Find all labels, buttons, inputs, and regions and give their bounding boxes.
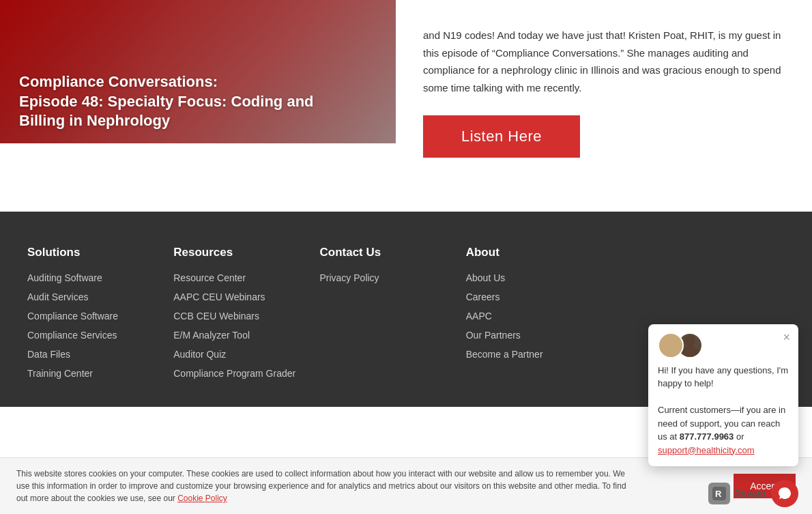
hero-image-title: Compliance Conversations: Episode 48: Sp… [19,72,314,131]
footer-col-solutions: Solutions Auditing Software Audit Servic… [27,246,173,386]
footer-contact-list: Privacy Policy [319,272,452,284]
contact-privacy-policy-link[interactable]: Privacy Policy [319,272,379,283]
list-item: Careers [466,291,598,303]
footer-col-about: About About Us Careers AAPC Our Partners… [466,246,612,386]
footer-about-title: About [466,246,598,259]
cookie-description: This website stores cookies on your comp… [16,469,626,503]
revain-logo[interactable]: R Revain [708,483,766,504]
solutions-training-center-link[interactable]: Training Center [27,368,93,379]
hero-image: Compliance Conversations: Episode 48: Sp… [0,0,396,143]
footer-solutions-list: Auditing Software Audit Services Complia… [27,272,160,380]
chat-avatar-1 [658,332,684,358]
avatar-svg-1 [659,332,682,357]
footer-solutions-title: Solutions [27,246,160,259]
footer-resources-list: Resource Center AAPC CEU Webinars CCB CE… [173,272,306,380]
about-aapc-link[interactable]: AAPC [466,311,492,322]
svg-text:R: R [715,489,722,499]
revain-label: Revain [734,488,766,499]
footer-col-contact: Contact Us Privacy Policy [319,246,465,386]
chat-greeting: Hi! If you have any questions, I'm happy… [658,365,788,389]
chat-bubble-icon [777,486,792,501]
resources-ccb-ceu-link[interactable]: CCB CEU Webinars [173,311,259,322]
list-item: CCB CEU Webinars [173,310,306,322]
list-item: AAPC [466,310,598,322]
hero-content: and N19 codes! And today we have just th… [396,0,812,184]
solutions-auditing-software-link[interactable]: Auditing Software [27,272,102,283]
resources-resource-center-link[interactable]: Resource Center [173,272,246,283]
chat-avatars [658,332,696,358]
list-item: Audit Services [27,291,160,303]
listen-here-button[interactable]: Listen Here [423,115,580,158]
svg-point-1 [661,346,680,357]
about-about-us-link[interactable]: About Us [466,272,506,283]
list-item: Auditing Software [27,272,160,284]
svg-point-0 [665,335,676,346]
footer-resources-title: Resources [173,246,306,259]
about-careers-link[interactable]: Careers [466,291,500,302]
footer-contact-title: Contact Us [319,246,452,259]
list-item: Become a Partner [466,348,598,360]
revain-icon: R [708,483,730,504]
cookie-text: This website stores cookies on your comp… [16,468,630,504]
about-become-partner-link[interactable]: Become a Partner [466,349,543,360]
list-item: Compliance Software [27,310,160,322]
resources-compliance-program-grader-link[interactable]: Compliance Program Grader [173,368,295,379]
list-item: Auditor Quiz [173,348,306,360]
solutions-audit-services-link[interactable]: Audit Services [27,291,88,302]
chat-body: Hi! If you have any questions, I'm happy… [648,364,798,467]
about-our-partners-link[interactable]: Our Partners [466,330,521,341]
list-item: Privacy Policy [319,272,452,284]
list-item: Compliance Services [27,329,160,341]
solutions-compliance-services-link[interactable]: Compliance Services [27,330,117,341]
list-item: About Us [466,272,598,284]
hero-section: Compliance Conversations: Episode 48: Sp… [0,0,812,212]
list-item: Our Partners [466,329,598,341]
svg-point-2 [684,335,695,346]
chat-launcher: R Revain [708,480,798,507]
chat-or-text: or [736,431,744,442]
chat-launcher-button[interactable] [771,480,798,507]
list-item: E/M Analyzer Tool [173,329,306,341]
list-item: AAPC CEU Webinars [173,291,306,303]
list-item: Data Files [27,348,160,360]
chat-phone: 877.777.9963 [680,431,734,442]
chat-email-link[interactable]: support@healthicity.com [658,445,755,455]
solutions-data-files-link[interactable]: Data Files [27,349,70,360]
footer-about-list: About Us Careers AAPC Our Partners Becom… [466,272,598,360]
list-item: Resource Center [173,272,306,284]
chat-close-button[interactable]: × [783,331,790,343]
avatar-face-1 [659,334,682,357]
list-item: Training Center [27,367,160,380]
footer-col-resources: Resources Resource Center AAPC CEU Webin… [173,246,319,386]
chat-widget: × Hi! If you have any questions, I'm hap… [648,324,798,467]
resources-aapc-ceu-link[interactable]: AAPC CEU Webinars [173,291,265,302]
revain-svg-icon: R [712,487,726,500]
chat-header: × [648,324,798,364]
cookie-policy-link[interactable]: Cookie Policy [177,494,227,503]
resources-auditor-quiz-link[interactable]: Auditor Quiz [173,349,226,360]
solutions-compliance-software-link[interactable]: Compliance Software [27,311,118,322]
resources-em-analyzer-link[interactable]: E/M Analyzer Tool [173,330,250,341]
hero-description: and N19 codes! And today we have just th… [423,27,785,96]
list-item: Compliance Program Grader [173,367,306,380]
